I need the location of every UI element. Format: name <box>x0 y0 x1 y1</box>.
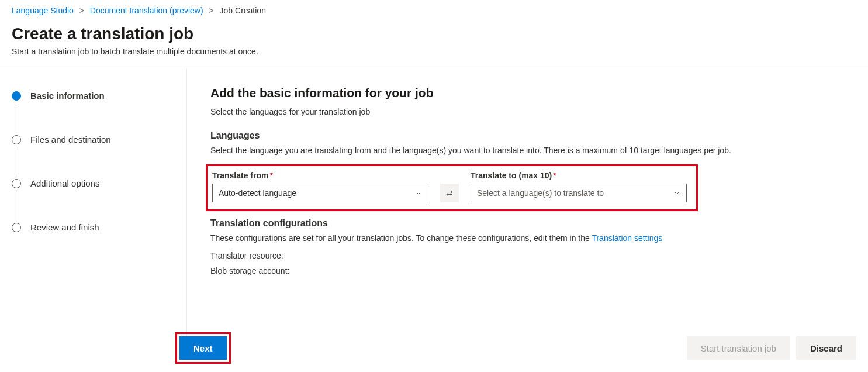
languages-description: Select the language you are translating … <box>210 146 856 155</box>
breadcrumb-link-document-translation[interactable]: Document translation (preview) <box>90 6 203 15</box>
breadcrumb: Language Studio > Document translation (… <box>0 0 868 15</box>
highlight-languages: Translate from* Auto-detect language ⇄ <box>206 164 698 211</box>
translate-to-placeholder: Select a language(s) to translate to <box>477 188 604 198</box>
highlight-next: Next <box>175 332 231 364</box>
translate-to-dropdown[interactable]: Select a language(s) to translate to <box>471 184 687 202</box>
chevron-right-icon: > <box>205 6 217 15</box>
step-indicator-icon <box>12 91 21 101</box>
chevron-down-icon <box>673 190 680 197</box>
step-indicator-icon <box>12 135 21 144</box>
wizard-footer: Next Start translation job Discard <box>0 332 868 364</box>
languages-heading: Languages <box>210 130 856 141</box>
required-asterisk-icon: * <box>553 171 556 180</box>
section-subtitle: Select the languages for your translatio… <box>210 107 856 116</box>
step-label: Review and finish <box>30 222 99 232</box>
breadcrumb-link-language-studio[interactable]: Language Studio <box>12 6 74 15</box>
start-translation-job-button: Start translation job <box>687 336 790 360</box>
next-button[interactable]: Next <box>179 336 227 360</box>
section-title: Add the basic information for your job <box>210 86 856 100</box>
translation-configurations-heading: Translation configurations <box>210 218 856 229</box>
step-additional-options[interactable]: Additional options <box>12 178 175 188</box>
page-title: Create a translation job <box>0 15 868 47</box>
step-files-destination[interactable]: Files and destination <box>12 135 175 144</box>
breadcrumb-current: Job Creation <box>220 6 266 15</box>
step-label: Files and destination <box>30 135 111 144</box>
translate-from-label: Translate from* <box>212 171 428 180</box>
wizard-steps: Basic information Files and destination … <box>0 68 187 349</box>
translate-to-label: Translate to (max 10)* <box>471 171 687 180</box>
translate-from-value: Auto-detect language <box>219 188 296 198</box>
step-label: Basic information <box>30 91 105 101</box>
page-subtitle: Start a translation job to batch transla… <box>0 47 868 68</box>
translation-settings-link[interactable]: Translation settings <box>592 233 662 243</box>
translation-configurations-text: These configurations are set for all you… <box>210 233 856 243</box>
discard-button[interactable]: Discard <box>796 336 856 360</box>
step-review-finish[interactable]: Review and finish <box>12 222 175 232</box>
step-indicator-icon <box>12 179 21 188</box>
chevron-right-icon: > <box>76 6 88 15</box>
translate-from-dropdown[interactable]: Auto-detect language <box>212 184 428 202</box>
swap-languages-button[interactable]: ⇄ <box>440 184 459 202</box>
step-basic-information[interactable]: Basic information <box>12 91 175 101</box>
swap-icon: ⇄ <box>446 188 453 198</box>
step-indicator-icon <box>12 223 21 232</box>
blob-storage-row: Blob storage account: <box>210 266 856 275</box>
step-label: Additional options <box>30 178 99 188</box>
chevron-down-icon <box>415 190 422 197</box>
translator-resource-row: Translator resource: <box>210 251 856 260</box>
required-asterisk-icon: * <box>269 171 272 180</box>
